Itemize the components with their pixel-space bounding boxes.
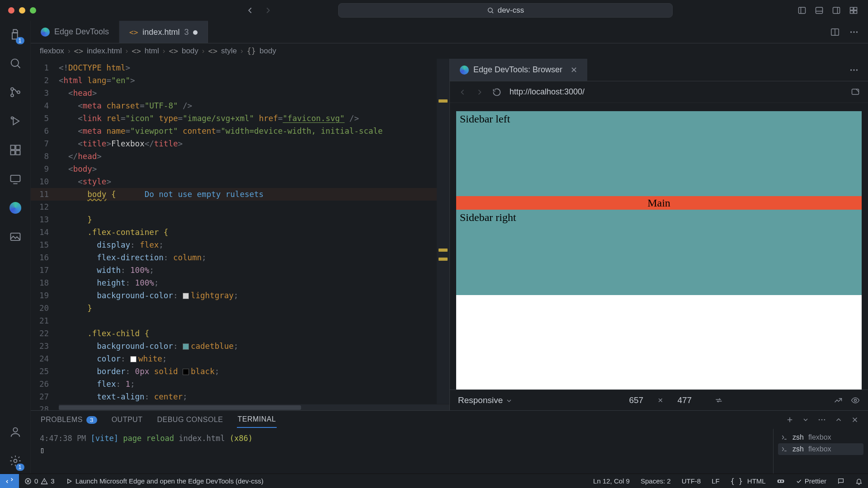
panel-tab-output[interactable]: OUTPUT bbox=[111, 412, 144, 427]
eye-icon[interactable] bbox=[851, 396, 860, 405]
fullscreen-window-button[interactable] bbox=[30, 7, 36, 14]
layout-panel-bottom-icon[interactable] bbox=[815, 6, 824, 15]
back-icon[interactable] bbox=[458, 88, 467, 97]
screenshot-icon[interactable] bbox=[834, 396, 843, 405]
status-language[interactable]: { }HTML bbox=[725, 474, 771, 488]
breadcrumb-item[interactable]: html bbox=[145, 47, 159, 56]
status-prettier[interactable]: Prettier bbox=[790, 474, 832, 488]
svg-point-22 bbox=[850, 31, 852, 33]
status-launch[interactable]: Launch Microsoft Edge and open the Edge … bbox=[60, 474, 269, 488]
activity-settings[interactable]: 1 bbox=[7, 453, 24, 469]
svg-point-30 bbox=[819, 419, 820, 421]
activity-search[interactable] bbox=[7, 55, 24, 71]
chevron-down-icon[interactable] bbox=[802, 416, 809, 423]
close-icon[interactable]: ✕ bbox=[571, 65, 577, 75]
layout-grid-icon[interactable] bbox=[849, 6, 858, 15]
terminal-icon bbox=[781, 446, 788, 453]
activity-account[interactable] bbox=[7, 424, 24, 440]
minimap-marker bbox=[439, 99, 448, 103]
svg-point-25 bbox=[850, 69, 852, 70]
minimap-marker bbox=[439, 249, 448, 252]
panel-tab-debug-console[interactable]: DEBUG CONSOLE bbox=[156, 412, 224, 427]
status-eol[interactable]: LF bbox=[706, 474, 725, 488]
layout-panel-right-icon[interactable] bbox=[832, 6, 841, 15]
remote-indicator[interactable] bbox=[0, 474, 19, 488]
more-icon[interactable] bbox=[849, 65, 859, 75]
activity-remote[interactable] bbox=[7, 171, 24, 187]
forward-icon[interactable] bbox=[475, 88, 484, 97]
svg-point-26 bbox=[853, 69, 854, 70]
tab-devtools-browser[interactable]: Edge DevTools: Browser ✕ bbox=[450, 59, 587, 81]
svg-rect-18 bbox=[10, 233, 20, 240]
close-icon[interactable] bbox=[851, 416, 859, 424]
status-feedback[interactable] bbox=[832, 474, 850, 488]
terminal-session[interactable]: zsh flexbox bbox=[778, 432, 863, 443]
scrollbar-thumb[interactable] bbox=[59, 405, 301, 410]
traffic-lights bbox=[8, 7, 36, 14]
activity-explorer[interactable]: 1 bbox=[7, 26, 24, 42]
url-field[interactable]: http://localhost:3000/ bbox=[509, 87, 843, 97]
status-bell[interactable] bbox=[850, 474, 868, 488]
activity-edge-devtools[interactable] bbox=[7, 200, 24, 216]
panel-tab-terminal[interactable]: TERMINAL bbox=[237, 412, 277, 428]
breadcrumb-item[interactable]: body bbox=[259, 47, 276, 56]
rotate-icon[interactable] bbox=[714, 396, 723, 405]
more-icon[interactable] bbox=[849, 27, 859, 37]
device-mode[interactable]: Responsive bbox=[458, 395, 513, 405]
svg-point-27 bbox=[856, 69, 858, 70]
svg-point-19 bbox=[13, 428, 17, 432]
breadcrumb-item[interactable]: style bbox=[221, 47, 237, 56]
activity-debug[interactable] bbox=[7, 113, 24, 129]
horizontal-scrollbar[interactable] bbox=[59, 404, 449, 410]
layout-panel-left-icon[interactable] bbox=[797, 6, 807, 15]
tab-index-html[interactable]: <> index.html 3 bbox=[119, 21, 208, 43]
minimize-window-button[interactable] bbox=[19, 7, 25, 14]
chevron-up-icon[interactable] bbox=[835, 416, 843, 424]
minimap[interactable] bbox=[437, 59, 449, 404]
panel-tab-problems[interactable]: PROBLEMS3 bbox=[40, 412, 98, 427]
nav-back-icon[interactable] bbox=[245, 5, 255, 15]
svg-rect-28 bbox=[852, 89, 859, 94]
terminal-list: zsh flexbox zsh flexbox bbox=[773, 429, 868, 474]
status-encoding[interactable]: UTF-8 bbox=[676, 474, 707, 488]
breadcrumb-item[interactable]: index.html bbox=[87, 47, 122, 56]
chevron-down-icon bbox=[505, 397, 513, 404]
more-icon[interactable] bbox=[817, 415, 826, 424]
nav-forward-icon[interactable] bbox=[263, 5, 273, 15]
svg-rect-2 bbox=[816, 7, 823, 13]
activity-gallery[interactable] bbox=[7, 229, 24, 245]
status-copilot[interactable] bbox=[771, 474, 790, 488]
editor-tabs: Edge DevTools <> index.html 3 bbox=[31, 21, 868, 43]
tab-edge-devtools[interactable]: Edge DevTools bbox=[31, 21, 119, 43]
close-window-button[interactable] bbox=[8, 7, 14, 14]
svg-rect-6 bbox=[850, 11, 854, 14]
viewport-width[interactable]: 657 bbox=[623, 395, 650, 405]
svg-point-11 bbox=[17, 91, 20, 94]
breadcrumb-item[interactable]: body bbox=[182, 47, 198, 56]
open-devtools-icon[interactable] bbox=[851, 88, 860, 97]
viewport-height[interactable]: 477 bbox=[671, 395, 698, 405]
svg-rect-16 bbox=[16, 150, 20, 155]
activity-bar: 1 bbox=[0, 21, 31, 474]
status-spaces[interactable]: Spaces: 2 bbox=[635, 474, 676, 488]
svg-rect-3 bbox=[833, 7, 840, 13]
status-ln-col[interactable]: Ln 12, Col 9 bbox=[588, 474, 635, 488]
terminal-output[interactable]: 4:47:38 PM [vite] page reload index.html… bbox=[31, 429, 773, 474]
breadcrumb-item[interactable]: flexbox bbox=[40, 47, 64, 56]
breadcrumbs[interactable]: flexbox›<> index.html›<> html›<> body›<>… bbox=[31, 43, 868, 59]
svg-rect-13 bbox=[10, 145, 14, 150]
activity-scm[interactable] bbox=[7, 84, 24, 100]
activity-extensions[interactable] bbox=[7, 142, 24, 158]
dimension-x: × bbox=[658, 395, 663, 405]
reload-icon[interactable] bbox=[492, 88, 501, 97]
new-terminal-icon[interactable] bbox=[786, 416, 794, 424]
editor[interactable]: 1<!DOCTYPE html>2<html lang="en">3 <head… bbox=[31, 59, 449, 410]
split-editor-icon[interactable] bbox=[830, 27, 840, 37]
status-problems[interactable]: 0 3 bbox=[19, 474, 60, 488]
minimap-marker bbox=[439, 258, 448, 261]
svg-point-8 bbox=[11, 59, 18, 66]
main-cell: Main bbox=[456, 196, 862, 210]
terminal-session[interactable]: zsh flexbox bbox=[778, 443, 863, 455]
explorer-badge: 1 bbox=[16, 37, 24, 44]
command-center[interactable]: dev-css bbox=[338, 3, 673, 18]
